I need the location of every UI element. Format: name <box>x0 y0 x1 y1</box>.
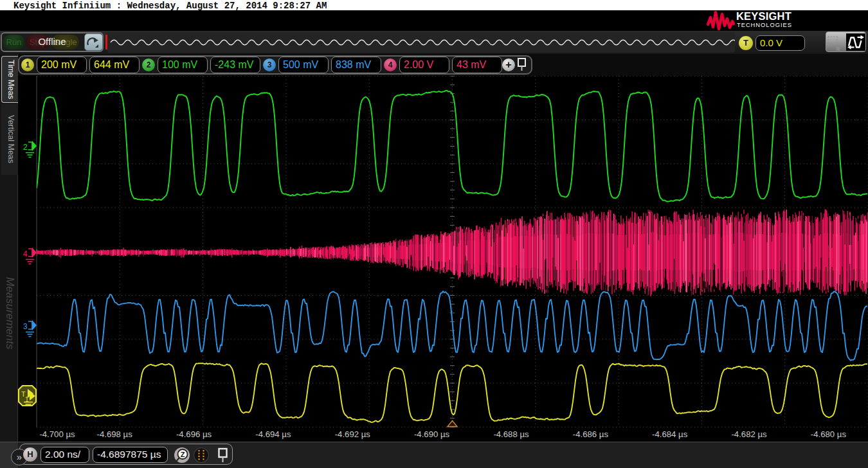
svg-text:-4.694 µs: -4.694 µs <box>255 429 291 439</box>
svg-text:-4.700 µs: -4.700 µs <box>39 429 75 439</box>
svg-text:-4.692 µs: -4.692 µs <box>335 429 371 439</box>
svg-text:-4.684 µs: -4.684 µs <box>652 429 688 439</box>
svg-text:-4.686 µs: -4.686 µs <box>573 429 609 439</box>
svg-text:-4.688 µs: -4.688 µs <box>493 429 529 439</box>
svg-text:3: 3 <box>23 322 28 331</box>
svg-text:-4.680 µs: -4.680 µs <box>811 429 847 439</box>
svg-text:-4.682 µs: -4.682 µs <box>731 429 767 439</box>
svg-text:-4.696 µs: -4.696 µs <box>176 429 212 439</box>
svg-text:-4.690 µs: -4.690 µs <box>414 429 450 439</box>
svg-text:-4.698 µs: -4.698 µs <box>97 429 133 439</box>
svg-text:4: 4 <box>23 249 28 258</box>
svg-text:Z: Z <box>181 451 185 458</box>
svg-text:2: 2 <box>23 143 28 152</box>
